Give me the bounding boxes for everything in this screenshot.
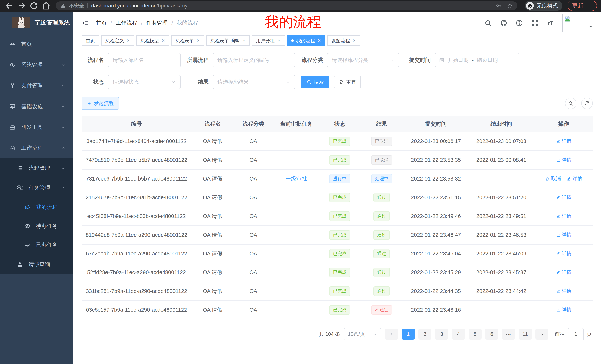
cell-process-name: OA 请假 (191, 226, 234, 244)
help-icon[interactable] (516, 19, 523, 27)
tab-流程定义[interactable]: 流程定义✕ (101, 35, 134, 46)
tab-close-icon[interactable]: ✕ (277, 38, 281, 43)
font-size-icon[interactable] (547, 19, 554, 27)
sidebar-item-home[interactable]: 首页 (0, 34, 73, 55)
process-definition-input[interactable] (213, 53, 295, 67)
sidebar-item-infrastructure[interactable]: 基础设施 (0, 96, 73, 117)
status-select[interactable]: 请选择状态 (108, 75, 181, 89)
table-row: 67c2eaab-7b9a-11ec-a290-acde48001122OA 请… (81, 244, 593, 263)
submit-time-range-picker[interactable]: 开始日期 - 结束日期 (435, 53, 520, 67)
detail-action[interactable]: 详情 (556, 269, 571, 276)
caret-down-icon[interactable] (588, 25, 593, 29)
url-text: dashboard.yudao.iocoder.cn/bpm/task/my (91, 3, 187, 9)
cell-submit-time: 2022-01-22 23:45:29 (404, 263, 468, 282)
sidebar-item-payment-mgmt[interactable]: 支付管理 (0, 75, 73, 96)
table-row: 7317cec6-7b9b-11ec-b5b7-acde48001122OA 请… (81, 169, 593, 188)
trash-icon (545, 176, 550, 181)
page-button-1[interactable]: 1 (402, 329, 415, 339)
tab-流程表单-编辑[interactable]: 流程表单-编辑✕ (206, 35, 250, 46)
detail-action[interactable]: 详情 (556, 138, 571, 144)
start-process-button[interactable]: 发起流程 (81, 97, 119, 110)
tab-流程表单[interactable]: 流程表单✕ (171, 35, 204, 46)
tabs-bar: 首页流程定义✕流程模型✕流程表单✕流程表单-编辑✕用户分组✕我的流程✕发起流程✕ (73, 35, 601, 47)
sidebar-item-workflow[interactable]: 工作流程 (0, 138, 73, 158)
tab-流程模型[interactable]: 流程模型✕ (136, 35, 169, 46)
sidebar-item-task-mgmt[interactable]: 任务管理 (0, 178, 73, 198)
sidebar-item-leave-query[interactable]: 请假查询 (0, 255, 73, 274)
detail-action[interactable]: 详情 (567, 175, 582, 182)
breadcrumb-workflow[interactable]: 工作流程 (116, 19, 137, 27)
key-icon[interactable] (496, 3, 501, 9)
tab-首页[interactable]: 首页 (81, 35, 99, 46)
detail-action[interactable]: 详情 (556, 307, 571, 313)
reset-button[interactable]: 重置 (334, 76, 361, 88)
page-button-3[interactable]: 3 (435, 329, 448, 339)
tab-close-icon[interactable]: ✕ (242, 38, 246, 43)
page-size-select[interactable]: 10条/页 (344, 328, 381, 340)
cell-current-task (273, 151, 320, 169)
search-button[interactable]: 搜索 (301, 76, 329, 88)
tab-我的流程[interactable]: 我的流程✕ (287, 35, 325, 46)
app-logo[interactable]: 芋道管理系统 (0, 11, 73, 34)
process-table: 编号流程名流程分类当前审批任务状态结果提交时间结束时间操作 3ad174fb-7… (81, 116, 593, 319)
sidebar-item-dev-tools[interactable]: 研发工具 (0, 117, 73, 138)
detail-action[interactable]: 详情 (556, 213, 571, 219)
github-icon[interactable] (500, 19, 507, 27)
detail-action[interactable]: 详情 (556, 250, 571, 257)
browser-update-button[interactable]: 更新 ⋮ (568, 0, 597, 11)
page-button-2[interactable]: 2 (419, 329, 431, 339)
calendar-icon (439, 57, 444, 63)
address-bar[interactable]: 不安全 dashboard.yudao.iocoder.cn/bpm/task/… (56, 1, 517, 10)
status-badge: 已完成 (329, 155, 350, 165)
result-select[interactable]: 请选择流结果 (213, 75, 295, 89)
browser-reload-icon[interactable] (29, 1, 39, 10)
pagination-ellipsis[interactable]: ••• (502, 329, 515, 339)
toggle-search-button[interactable] (565, 98, 576, 109)
tab-发起流程[interactable]: 发起流程✕ (327, 35, 360, 46)
star-icon[interactable] (507, 3, 513, 9)
browser-home-icon[interactable] (41, 1, 51, 10)
refresh-table-button[interactable] (581, 98, 593, 109)
detail-action[interactable]: 详情 (556, 288, 571, 294)
sidebar-item-done-tasks[interactable]: 已办任务 (0, 236, 73, 255)
cell-result: 处理中 (360, 169, 404, 188)
page-button-11[interactable]: 11 (519, 329, 532, 339)
tab-close-icon[interactable]: ✕ (352, 38, 356, 43)
cancel-action[interactable]: 取消 (545, 175, 561, 182)
category-select[interactable]: 请选择流程分类 (327, 53, 399, 67)
breadcrumb-home[interactable]: 首页 (96, 19, 107, 27)
browser-forward-icon[interactable] (16, 1, 27, 10)
page-button-6[interactable]: 6 (485, 329, 498, 339)
avatar[interactable] (562, 14, 580, 32)
tab-close-icon[interactable]: ✕ (127, 38, 130, 43)
sidebar-item-process-mgmt[interactable]: 流程管理 (0, 158, 73, 178)
tab-close-icon[interactable]: ✕ (197, 38, 200, 43)
cell-id: 2152467e-7b9b-11ec-9a1b-acde48001122 (81, 188, 191, 207)
tab-用户分组[interactable]: 用户分组✕ (252, 35, 285, 46)
plus-icon (87, 101, 91, 106)
sidebar-item-todo-tasks[interactable]: 待办任务 (0, 217, 73, 236)
cell-submit-time: 2022-01-22 23:53:35 (404, 151, 468, 169)
sidebar-item-system-mgmt[interactable]: 系统管理 (0, 55, 73, 75)
sidebar-item-my-process[interactable]: 我的流程 (0, 198, 73, 217)
search-icon[interactable] (484, 19, 492, 27)
process-name-input[interactable] (108, 53, 181, 67)
detail-action[interactable]: 详情 (556, 194, 571, 201)
tab-close-icon[interactable]: ✕ (318, 38, 321, 43)
page-button-5[interactable]: 5 (469, 329, 481, 339)
prev-page-button[interactable] (385, 329, 398, 339)
detail-action[interactable]: 详情 (556, 157, 571, 163)
cell-id: 331bc281-7b9a-11ec-a290-acde48001122 (81, 282, 191, 301)
browser-back-icon[interactable] (4, 1, 14, 10)
detail-action[interactable]: 详情 (556, 231, 571, 238)
current-task-link[interactable]: 一级审批 (285, 176, 307, 182)
sidebar-fold-icon[interactable] (81, 19, 89, 27)
next-page-button[interactable] (535, 329, 549, 339)
breadcrumb-task-mgmt[interactable]: 任务管理 (146, 19, 168, 27)
jump-page-input[interactable]: 1 (568, 328, 584, 340)
sidebar-item-label: 工作流程 (21, 144, 43, 152)
fullscreen-icon[interactable] (531, 19, 539, 27)
tab-close-icon[interactable]: ✕ (161, 38, 165, 43)
browser-menu-icon[interactable]: ⋮ (587, 3, 592, 9)
page-button-4[interactable]: 4 (452, 329, 465, 339)
